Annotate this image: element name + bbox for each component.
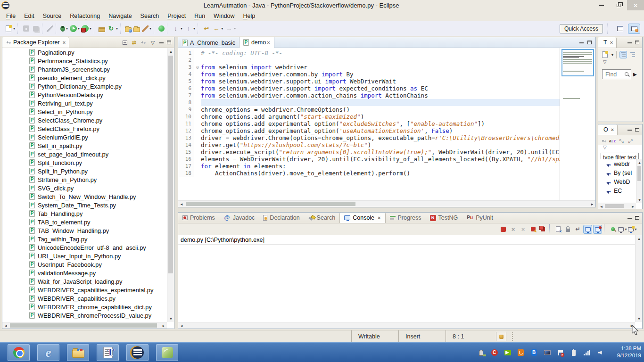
window-restore-button[interactable] (610, 0, 627, 10)
scroll-thumb[interactable] (10, 323, 157, 328)
taskbar-file-explorer-button[interactable] (67, 344, 89, 361)
view-menu-icon[interactable]: ▽ (598, 59, 642, 66)
fold-marker-icon[interactable]: ⊖ (194, 64, 201, 71)
back-button[interactable]: ←▾ (211, 23, 224, 34)
dropdown-arrow-icon[interactable]: ▾ (149, 26, 151, 31)
code-line[interactable]: 3⊖from selenium import webdriver (178, 64, 560, 71)
new-wizard-button[interactable]: ▾ (4, 23, 16, 34)
menu-project[interactable]: Project (163, 11, 190, 21)
new-java-project-button[interactable] (98, 23, 106, 34)
file-row[interactable]: PSelectClass_Chrome.py (2, 116, 174, 124)
sort-alphabetically-icon[interactable]: a↓z (609, 138, 616, 144)
show-console-on-stdout-button[interactable] (583, 225, 592, 234)
taskbar-internet-explorer-button[interactable]: e (37, 344, 59, 361)
menu-navigate[interactable]: Navigate (104, 11, 136, 21)
maximize-view-icon[interactable] (635, 216, 639, 220)
scroll-lock-button[interactable] (563, 225, 572, 234)
file-row[interactable]: PvalidationMessage.py (2, 269, 174, 277)
close-editor-icon[interactable]: × (267, 40, 270, 45)
file-row[interactable]: PURL_User_Input_in_Python.py (2, 252, 174, 260)
file-row[interactable]: PUserInput_Facebook.py (2, 260, 174, 269)
menu-refactoring[interactable]: Refactoring (66, 11, 104, 21)
code-line[interactable]: 11chrome_options.add_experimental_option… (178, 120, 560, 127)
code-line[interactable]: 12chrome_options.add_experimental_option… (178, 127, 560, 134)
tab-javadoc[interactable]: @Javadoc (219, 213, 259, 223)
file-row[interactable]: PWEBDRIVER_capabilities_experimental.py (2, 286, 174, 294)
console-hscrollbar[interactable]: ◂ ▸ (178, 322, 635, 329)
run-button[interactable]: ▾ (69, 23, 81, 34)
code-line[interactable]: 13driver = webdriver.Chrome(options=chro… (178, 134, 560, 141)
tab-package-explorer[interactable]: Package Explorer × (2, 37, 69, 48)
file-row[interactable]: PWait_for_JavaScript_loading.py (2, 277, 174, 286)
remove-launch-button[interactable]: × (509, 225, 518, 234)
tray-network-button[interactable] (583, 349, 590, 356)
tab-progress[interactable]: Progress (386, 213, 426, 223)
display-selected-console-button[interactable]: ▾ (618, 225, 627, 234)
pydev-interactive-console-button[interactable] (157, 23, 165, 34)
quick-access-button[interactable]: Quick Access (560, 24, 603, 33)
tray-nvidia-button[interactable] (504, 349, 511, 356)
file-row[interactable]: PPython_Dictionary_Example.py (2, 82, 174, 90)
mark-occurrences-button[interactable]: ▾ (141, 23, 152, 34)
scroll-thumb[interactable] (186, 202, 355, 206)
code-line[interactable]: 18 ActionChains(driver).move_to_element(… (178, 170, 560, 177)
relaunch-button[interactable] (528, 225, 537, 234)
code-line[interactable]: 2 (178, 57, 560, 64)
code-line[interactable]: 17for element in elements: (178, 163, 560, 170)
dropdown-arrow-icon[interactable]: ▾ (193, 26, 195, 31)
scroll-right-arrow[interactable]: ▸ (630, 203, 636, 209)
taskbar-textpad-button[interactable] (97, 344, 119, 361)
debug-button[interactable]: ▾ (59, 23, 69, 34)
close-view-icon[interactable]: × (63, 40, 66, 45)
file-row[interactable]: Ppseudo_element_click.py (2, 74, 174, 82)
scroll-down-arrow[interactable]: ▾ (636, 315, 643, 322)
filters-icon[interactable] (601, 139, 607, 143)
minimize-view-icon[interactable] (159, 42, 164, 43)
hierarchy-mode-2-button[interactable] (629, 51, 636, 58)
tab-outline-view[interactable]: O × (598, 124, 618, 135)
menu-search[interactable]: Search (136, 11, 164, 21)
menu-edit[interactable]: Edit (20, 11, 39, 21)
tray-volume-button[interactable] (596, 349, 603, 356)
menu-source[interactable]: Source (39, 11, 66, 21)
file-row[interactable]: PSVG_click.py (2, 184, 174, 192)
minimize-view-icon[interactable] (579, 42, 584, 43)
collapse-all-icon[interactable]: ⤡ (618, 138, 625, 144)
scroll-right-arrow[interactable]: ▸ (628, 322, 635, 329)
file-row[interactable]: Pset_page_load_timeout.py (2, 150, 174, 158)
remove-all-launches-button[interactable] (538, 225, 547, 234)
view-menu-icon[interactable]: ▽ (598, 145, 642, 151)
word-wrap-button[interactable]: ↵ (573, 225, 582, 234)
menu-window[interactable]: Window (209, 11, 239, 21)
scroll-left-arrow[interactable]: ◂ (178, 322, 185, 329)
file-row[interactable]: PTab_Handling.py (2, 209, 174, 218)
tray-java-update-button[interactable] (517, 349, 524, 356)
outline-item[interactable]: EC (598, 186, 636, 195)
open-perspective-button[interactable] (614, 24, 626, 34)
console-output-area[interactable]: demo.py [C:\Python\python.exe] (178, 235, 635, 322)
remove-all-terminated-launches-button[interactable]: × (519, 225, 528, 234)
dropdown-arrow-icon[interactable]: ▾ (181, 26, 182, 31)
status-bar-icon-button[interactable] (496, 332, 506, 341)
outline-vscrollbar[interactable]: ▴ ▾ (636, 159, 642, 203)
dropdown-arrow-icon[interactable]: ▾ (625, 227, 627, 231)
close-view-icon[interactable]: × (610, 40, 613, 45)
menu-help[interactable]: Help (239, 11, 260, 21)
maximize-view-icon[interactable] (635, 41, 639, 44)
file-row[interactable]: PPagination.py (2, 48, 174, 57)
tab-pyunit[interactable]: PuPyUnit (462, 213, 497, 223)
editor-hscrollbar[interactable]: ◂ ▸ (178, 200, 595, 207)
tab-problems[interactable]: Problems (178, 213, 219, 223)
minimize-view-icon[interactable] (627, 217, 632, 219)
file-row[interactable]: PSplit_function.py (2, 158, 174, 167)
code-line[interactable]: 10chrome_options.add_argument("start-max… (178, 113, 560, 120)
file-row[interactable]: PSeleniumGridIE.py (2, 133, 174, 141)
outline-item[interactable]: WebD (598, 177, 636, 186)
terminate-button[interactable] (499, 225, 508, 234)
external-tools-button[interactable]: ↻▾ (106, 23, 119, 34)
collapse-all-icon[interactable] (123, 41, 127, 45)
view-menu-icon[interactable]: ▽ (149, 39, 156, 46)
dropdown-arrow-icon[interactable]: ▾ (116, 26, 118, 31)
new-wizard-icon[interactable] (602, 51, 608, 58)
close-view-icon[interactable]: × (611, 127, 614, 132)
